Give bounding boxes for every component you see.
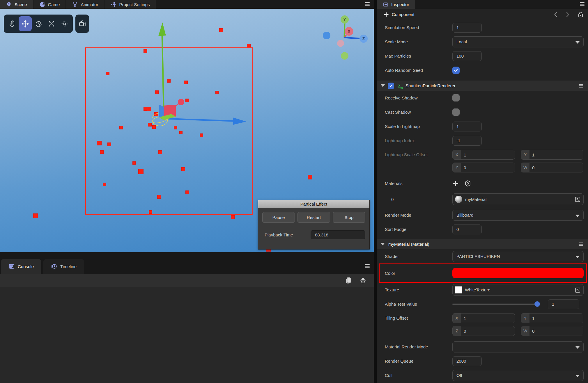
restart-button[interactable]: Restart: [297, 212, 330, 223]
w-prefix: W: [521, 326, 529, 336]
section-menu-icon[interactable]: [579, 84, 583, 88]
sort-fudge-input[interactable]: 0: [452, 225, 482, 234]
tab-label: Scene: [15, 2, 27, 7]
chevron-down-icon: [575, 256, 580, 258]
row-color-highlighted: Color: [379, 263, 587, 283]
scale-tool-button[interactable]: [45, 16, 58, 31]
tab-game[interactable]: Game: [33, 0, 66, 9]
chevron-left-icon[interactable]: [554, 12, 558, 17]
scale-mode-dropdown[interactable]: Local: [452, 36, 584, 47]
lightmap-scale-offset-x-field[interactable]: X 1: [452, 150, 515, 160]
field-label: Tiling Offset: [385, 313, 452, 323]
plus-icon[interactable]: [384, 12, 389, 17]
particle: [154, 112, 158, 116]
field-label: Material Render Mode: [385, 344, 452, 349]
row-max-particles: Max Particles 100: [377, 49, 588, 63]
tab-animator[interactable]: Animator: [66, 0, 104, 9]
chevron-down-icon: [575, 41, 580, 44]
tiling-offset-x-field[interactable]: X 1: [452, 313, 515, 323]
inspector-icon: [382, 1, 389, 8]
cast-shadow-checkbox[interactable]: [452, 108, 460, 116]
camera-preview-button[interactable]: [75, 15, 89, 33]
inspector-menu-icon[interactable]: [580, 2, 585, 6]
auto-random-seed-checkbox[interactable]: [452, 67, 460, 74]
receive-shadow-checkbox[interactable]: [452, 94, 460, 101]
chevron-right-icon[interactable]: [566, 12, 570, 17]
particle: [144, 107, 147, 111]
render-mode-dropdown[interactable]: Billboard: [452, 210, 584, 221]
reference-picker-icon[interactable]: [574, 196, 581, 203]
scene-viewport[interactable]: Y X Z: [0, 9, 374, 252]
tab-scene[interactable]: Scene: [0, 0, 33, 9]
move-tool-button[interactable]: [19, 16, 32, 31]
shader-dropdown[interactable]: PARTICLESHURIKEN: [452, 251, 584, 262]
particle: [185, 190, 189, 194]
tiling-offset-z-field[interactable]: Z 0: [452, 326, 515, 336]
section-header-shuriken-particle-renderer[interactable]: 3D ShurikenParticleRenderer: [377, 81, 588, 91]
tiling-offset-y-field[interactable]: Y 1: [521, 313, 583, 323]
tab-console[interactable]: Console: [1, 259, 41, 274]
slider-thumb[interactable]: [534, 301, 540, 307]
tab-timeline[interactable]: Timeline: [43, 259, 84, 274]
lock-icon[interactable]: [578, 11, 583, 18]
console-menu-icon[interactable]: [365, 264, 370, 268]
console-output[interactable]: [0, 287, 374, 383]
particle: [247, 44, 251, 48]
scene-menu-icon[interactable]: [365, 2, 370, 6]
simulation-speed-input[interactable]: 1: [452, 23, 482, 33]
row-render-mode: Render Mode Billboard: [377, 208, 588, 222]
lightmap-scale-offset-z-field[interactable]: Z 0: [452, 163, 515, 172]
check-icon: [389, 84, 393, 88]
rotate-icon: [35, 20, 42, 28]
section-header-mymaterial[interactable]: myMaterial (Material): [377, 239, 588, 249]
particle: [181, 167, 185, 171]
z-prefix: Z: [453, 326, 461, 336]
particle: [200, 133, 203, 137]
row-material-slot-0: 0 myMaterial: [377, 190, 588, 208]
component-enabled-checkbox[interactable]: [388, 83, 394, 89]
row-sort-fudge: Sort Fudge 0: [377, 222, 588, 236]
tiling-offset-w-field[interactable]: W 0: [521, 326, 583, 336]
pause-button[interactable]: Pause: [262, 212, 295, 223]
clear-icon[interactable]: [359, 277, 367, 284]
stop-button[interactable]: Stop: [333, 212, 365, 223]
field-label: Materials: [385, 181, 452, 186]
max-particles-input[interactable]: 100: [452, 51, 482, 61]
texture-reference-field[interactable]: WhiteTexture: [452, 284, 584, 296]
tab-label: Animator: [81, 2, 98, 7]
field-label: Render Queue: [385, 359, 452, 364]
alpha-test-input[interactable]: 1: [548, 299, 579, 309]
chevron-down-icon: [575, 346, 580, 349]
tab-inspector[interactable]: Inspector: [377, 0, 415, 9]
playback-time-label: Playback Time: [262, 232, 293, 237]
scale-in-lightmap-input[interactable]: 1: [452, 122, 482, 131]
hand-tool-button[interactable]: [6, 16, 19, 31]
cull-dropdown[interactable]: Off: [452, 370, 584, 381]
inspector-body: Simulation Speed 1 Scale Mode Local Max …: [377, 20, 588, 382]
rotate-tool-button[interactable]: [32, 16, 45, 31]
collapse-triangle-icon[interactable]: [381, 84, 385, 87]
playback-time-input[interactable]: 88.318: [311, 230, 365, 239]
copy-icon[interactable]: [345, 277, 353, 284]
color-swatch[interactable]: [452, 268, 584, 278]
field-label: Receive Shadow: [385, 95, 452, 100]
lightmap-scale-offset-w-field[interactable]: W 0: [521, 163, 583, 172]
material-reference-field[interactable]: myMaterial: [452, 193, 584, 205]
lightmap-scale-offset-y-field[interactable]: Y 1: [521, 150, 583, 160]
reference-picker-icon[interactable]: [574, 287, 581, 293]
alpha-test-slider[interactable]: [452, 304, 539, 304]
hexagon-settings-icon[interactable]: [464, 180, 472, 187]
transform-tool-button[interactable]: [58, 16, 71, 31]
add-material-icon[interactable]: [452, 180, 459, 187]
add-component-label[interactable]: Component: [392, 12, 415, 17]
tab-project-settings[interactable]: Project Settings: [105, 0, 155, 9]
tab-label: Console: [18, 264, 34, 269]
section-menu-icon[interactable]: [579, 243, 583, 246]
collapse-triangle-icon[interactable]: [381, 243, 385, 245]
render-queue-input[interactable]: 2000: [452, 356, 482, 366]
field-label: Texture: [385, 287, 452, 292]
row-material-render-mode: Material Render Mode: [377, 340, 588, 354]
material-render-mode-dropdown[interactable]: [452, 341, 584, 352]
panel-divider[interactable]: [374, 0, 377, 383]
lightmap-index-input[interactable]: -1: [452, 136, 482, 146]
